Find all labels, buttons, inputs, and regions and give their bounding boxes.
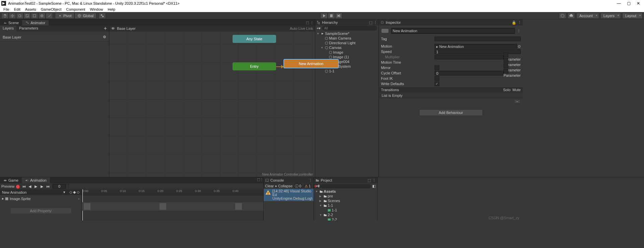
frame-input[interactable]: 0 — [53, 184, 66, 189]
last-frame-button[interactable]: ⏭ — [45, 184, 51, 189]
console-entry[interactable]: [14:32:48] Visual Studio EdUnityEngine.D… — [264, 189, 314, 201]
step-button[interactable] — [335, 13, 342, 19]
preview-toggle[interactable]: Preview — [1, 184, 14, 188]
project-search[interactable] — [321, 184, 371, 188]
close-button[interactable]: ✕ — [637, 1, 640, 6]
create-dropdown[interactable]: +▾ — [317, 26, 321, 30]
tree-item[interactable]: ▼2-2 — [314, 212, 377, 217]
tree-item[interactable]: 2-2 — [314, 217, 377, 221]
menu-component[interactable]: Component — [66, 7, 85, 11]
layout-dropdown[interactable]: Layout — [622, 13, 643, 19]
layers-dropdown[interactable]: Layers — [600, 13, 621, 19]
timeline[interactable]: 0:000:050:100:150:200:250:300:350:40 — [82, 189, 263, 221]
tree-item[interactable]: ▼Assets — [314, 189, 377, 194]
animator-tab[interactable]: Animator — [22, 20, 49, 25]
motiontime-param-check[interactable] — [504, 58, 508, 63]
game-tab[interactable]: Game — [0, 177, 22, 183]
multiplier-param-check[interactable] — [504, 53, 508, 57]
move-tool[interactable] — [9, 13, 16, 19]
help-icon[interactable]: ⋮ — [517, 29, 521, 33]
first-frame-button[interactable]: ⏮ — [21, 184, 26, 189]
scale-tool[interactable] — [23, 13, 31, 19]
collab-icon[interactable] — [559, 13, 566, 19]
play-button[interactable] — [320, 13, 328, 19]
motion-field[interactable]: ▸ New Animation — [435, 44, 517, 49]
pivot-toggle[interactable]: Pivot — [55, 13, 74, 19]
rotate-tool[interactable] — [16, 13, 23, 19]
prev-key-button[interactable]: ◀ — [27, 184, 33, 189]
keyframe[interactable] — [235, 203, 242, 210]
tree-item[interactable]: ▶pre — [314, 194, 377, 198]
any-state-node[interactable]: Any State — [233, 35, 276, 43]
tree-item[interactable]: Image — [315, 50, 379, 55]
custom-tool[interactable] — [46, 13, 53, 19]
filter-icon[interactable]: ◧ — [372, 184, 376, 188]
tree-item[interactable]: Directional Light — [315, 41, 379, 45]
footik-check[interactable] — [435, 76, 439, 81]
layers-subtab[interactable]: Layers — [0, 25, 16, 32]
cycle-input[interactable]: 0 — [435, 71, 504, 75]
anim-dock-icon[interactable]: ⬚ — [257, 178, 260, 181]
menu-edit[interactable]: Edit — [14, 7, 20, 11]
clear-button[interactable]: Clear — [265, 184, 274, 188]
tree-item[interactable]: ▼SampleScene* — [315, 31, 379, 36]
project-create[interactable]: +▾ — [315, 184, 319, 188]
anim-menu-icon[interactable]: ⋮ — [260, 178, 263, 181]
animation-state-node[interactable]: New Animation — [283, 59, 339, 68]
tag-input[interactable] — [435, 37, 521, 41]
menu-assets[interactable]: Assets — [25, 7, 36, 11]
global-toggle[interactable]: Global — [74, 13, 96, 19]
rect-tool[interactable] — [31, 13, 38, 19]
menu-window[interactable]: Window — [90, 7, 103, 11]
cloud-icon[interactable] — [568, 13, 575, 19]
minimize-button[interactable]: — — [617, 1, 621, 6]
layer-settings-icon[interactable]: ⚙ — [103, 35, 106, 39]
writedef-check[interactable]: ✓ — [435, 81, 439, 86]
breadcrumb[interactable]: Base Layer — [117, 26, 136, 30]
add-property-button[interactable]: Add Property — [11, 208, 71, 213]
hand-tool[interactable] — [1, 13, 9, 19]
add-behaviour-button[interactable]: Add Behaviour — [419, 109, 483, 116]
tree-item[interactable]: Image (1) — [315, 55, 379, 59]
play-anim-button[interactable]: ▶ — [33, 184, 39, 189]
account-dropdown[interactable]: Account — [576, 13, 599, 19]
entry-node[interactable]: Entry — [233, 62, 276, 70]
next-key-button[interactable]: ▶ — [39, 184, 45, 189]
cycle-param-check[interactable] — [504, 69, 508, 73]
transform-tool[interactable] — [38, 13, 46, 19]
mirror-check[interactable] — [435, 65, 439, 70]
animation-tab[interactable]: Animation — [22, 177, 50, 183]
pause-button[interactable] — [328, 13, 335, 19]
auto-live-link[interactable]: Auto Live Link — [290, 26, 313, 30]
clip-dropdown[interactable]: New Animation▾◇ ◆ ◇ — [0, 189, 81, 195]
maximize-button[interactable]: ▢ — [627, 1, 631, 6]
snap-toggle[interactable] — [99, 13, 106, 19]
collapse-toggle[interactable]: Collapse — [278, 184, 293, 188]
warn-count[interactable]: ⚠1 — [304, 184, 312, 188]
inspector-lock-icon[interactable]: 🔒 — [512, 20, 516, 25]
property-row[interactable]: ▸ ▦ Image.Sprite◦ — [0, 195, 81, 202]
maximize-icon[interactable]: ⬚ — [306, 21, 309, 24]
panel-menu-icon[interactable]: ⋮ — [374, 20, 377, 25]
transition-arrow[interactable] — [276, 66, 283, 67]
tab-menu-icon[interactable]: ⋮ — [310, 21, 314, 24]
remove-transition-button[interactable]: − — [514, 99, 521, 104]
scene-tab[interactable]: Scene — [0, 20, 22, 25]
menu-file[interactable]: File — [3, 7, 9, 11]
state-name-input[interactable]: New Animation — [391, 28, 515, 34]
tree-item[interactable]: ▼1-1 — [314, 203, 377, 208]
tree-item[interactable]: ▶Scenes — [314, 198, 377, 203]
record-button[interactable]: ⬤ — [15, 184, 20, 189]
layer-row[interactable]: Base Layer ⚙ — [0, 33, 109, 42]
panel-dock-icon[interactable]: ⬚ — [369, 20, 372, 25]
menu-help[interactable]: Help — [108, 7, 115, 11]
visibility-icon[interactable]: 👁 — [111, 26, 115, 30]
tree-item[interactable]: ▼Canvas — [315, 45, 379, 50]
mirror-param-check[interactable] — [504, 63, 508, 68]
keyframe[interactable] — [159, 203, 166, 210]
hierarchy-search[interactable] — [322, 26, 377, 30]
keyframe[interactable] — [84, 203, 90, 210]
motion-picker-icon[interactable]: ⊙ — [518, 44, 521, 49]
tree-item[interactable]: 1-1 — [315, 69, 379, 73]
tree-item[interactable]: 1-1 — [314, 208, 377, 212]
